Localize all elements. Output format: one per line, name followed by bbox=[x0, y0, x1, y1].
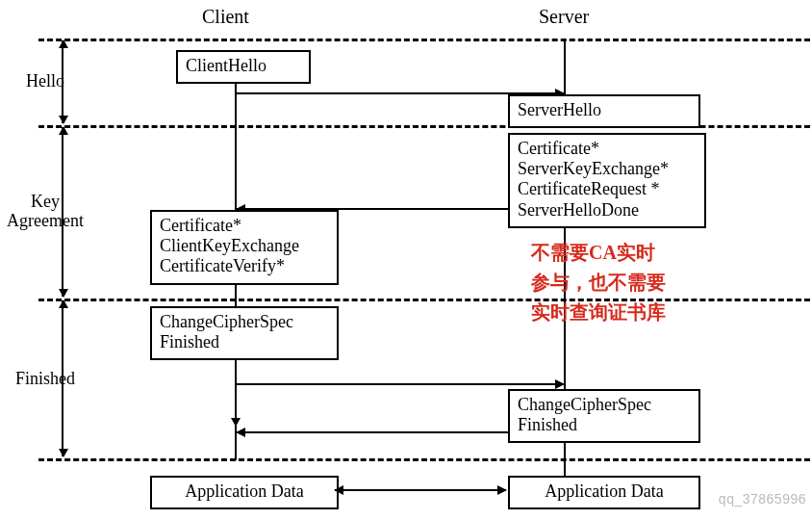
annotation-ca-note: 不需要CA实时 参与，也不需要 实时查询证书库 bbox=[531, 238, 666, 327]
annotation-line: 参与，也不需要 bbox=[531, 268, 666, 298]
msg-server-hello: ServerHello bbox=[508, 94, 700, 128]
phase-label-key-agreement: Key Agreement bbox=[2, 193, 89, 231]
msg-line: ServerKeyExchange* bbox=[518, 159, 697, 179]
msg-line: Application Data bbox=[160, 481, 329, 502]
arrow-server-ccs bbox=[237, 431, 508, 433]
msg-line: ServerHelloDone bbox=[518, 200, 697, 221]
watermark-text: qq_37865996 bbox=[719, 491, 806, 507]
divider-top bbox=[38, 39, 810, 41]
msg-line: ClientHello bbox=[186, 56, 301, 76]
msg-client-appdata: Application Data bbox=[150, 476, 339, 509]
arrow-application-data bbox=[335, 489, 506, 491]
client-lifeline-1 bbox=[235, 81, 237, 125]
msg-server-ccs: ChangeCipherSpec Finished bbox=[508, 389, 700, 443]
client-lifeline-arrowhead bbox=[231, 418, 241, 427]
server-column-header: Server bbox=[539, 6, 589, 28]
server-lifeline-1 bbox=[564, 39, 566, 94]
msg-line: ChangeCipherSpec bbox=[160, 312, 329, 332]
divider-finished-end bbox=[38, 458, 810, 461]
msg-line: ChangeCipherSpec bbox=[518, 395, 691, 415]
msg-line: CertificateRequest * bbox=[518, 179, 697, 199]
msg-client-hello: ClientHello bbox=[176, 50, 311, 84]
msg-line: Application Data bbox=[518, 481, 691, 502]
msg-line: ClientKeyExchange bbox=[160, 236, 329, 256]
msg-line: Certificate* bbox=[518, 139, 697, 159]
msg-client-ccs: ChangeCipherSpec Finished bbox=[150, 306, 339, 360]
msg-client-cert-group: Certificate* ClientKeyExchange Certifica… bbox=[150, 210, 339, 285]
client-column-header: Client bbox=[202, 6, 249, 28]
arrow-client-ccs bbox=[237, 383, 564, 385]
msg-server-appdata: Application Data bbox=[508, 476, 700, 509]
phase-label-finished: Finished bbox=[2, 370, 89, 389]
msg-line: ServerHello bbox=[518, 100, 691, 120]
msg-line: CertificateVerify* bbox=[160, 256, 329, 276]
msg-line: Certificate* bbox=[160, 216, 329, 236]
divider-key-end bbox=[38, 299, 810, 301]
msg-line: Finished bbox=[160, 332, 329, 352]
phase-label-hello: Hello bbox=[2, 72, 89, 91]
ssl-handshake-sequence-diagram: Client Server Hello Key Agreement Finish… bbox=[0, 0, 812, 520]
client-lifeline-2 bbox=[235, 125, 237, 212]
annotation-line: 不需要CA实时 bbox=[531, 238, 666, 268]
annotation-line: 实时查询证书库 bbox=[531, 298, 666, 327]
msg-server-cert-group: Certificate* ServerKeyExchange* Certific… bbox=[508, 133, 706, 228]
msg-line: Finished bbox=[518, 415, 691, 435]
